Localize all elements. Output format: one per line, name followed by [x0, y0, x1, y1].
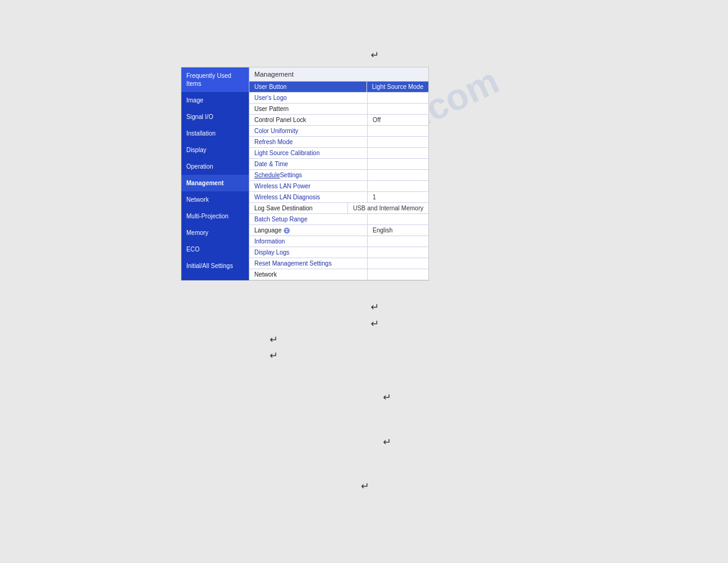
- content-panel: Management User Button Light Source Mode…: [249, 67, 428, 280]
- row-label-information: Information: [249, 236, 367, 247]
- sidebar-item-memory[interactable]: Memory: [181, 224, 249, 241]
- table-row[interactable]: User Button Light Source Mode: [249, 82, 428, 93]
- sidebar-item-frequently-used[interactable]: Frequently Used Items: [181, 67, 249, 92]
- sidebar-item-installation[interactable]: Installation: [181, 125, 249, 142]
- table-row[interactable]: Schedule Settings: [249, 170, 428, 181]
- row-value-light-source-calibration: [367, 148, 428, 158]
- row-label-reset-management-settings: Reset Management Settings: [249, 258, 367, 269]
- table-row[interactable]: User's Logo: [249, 93, 428, 104]
- row-value-control-panel-lock: Off: [367, 115, 428, 125]
- table-row[interactable]: Batch Setup Range: [249, 214, 428, 225]
- page-container: ↵ ↵ ↵ ↵ ↵ ↵ ↵ ↵ manualshive.com Frequent…: [0, 0, 728, 563]
- table-row[interactable]: Wireless LAN Diagnosis 1: [249, 192, 428, 203]
- sidebar: Frequently Used Items Image Signal I/O I…: [181, 67, 249, 280]
- return-arrow-1: ↵: [371, 49, 379, 61]
- table-row[interactable]: Wireless LAN Power: [249, 181, 428, 192]
- row-value-user-pattern: [367, 104, 428, 114]
- globe-icon: [284, 228, 290, 234]
- return-arrow-5: ↵: [270, 350, 278, 361]
- table-row[interactable]: User Pattern: [249, 104, 428, 115]
- return-arrow-8: ↵: [361, 480, 369, 492]
- row-value-color-uniformity: [367, 126, 428, 136]
- menu-panel: Frequently Used Items Image Signal I/O I…: [181, 67, 429, 281]
- sidebar-item-initial-all-settings[interactable]: Initial/All Settings: [181, 258, 249, 274]
- return-arrow-7: ↵: [383, 436, 391, 448]
- table-row[interactable]: Language English: [249, 225, 428, 236]
- table-row[interactable]: Control Panel Lock Off: [249, 115, 428, 126]
- sidebar-item-signal-io[interactable]: Signal I/O: [181, 109, 249, 125]
- row-value-schedule-settings: [367, 170, 428, 180]
- row-label-log-save-destination: Log Save Destination: [249, 203, 347, 213]
- table-row[interactable]: Reset Management Settings: [249, 258, 428, 269]
- row-label-user-pattern: User Pattern: [249, 104, 367, 114]
- row-value-reset-management-settings: [367, 258, 428, 269]
- row-label-network: Network: [249, 269, 367, 280]
- return-arrow-4: ↵: [270, 334, 278, 345]
- row-value-user-button: Light Source Mode: [366, 82, 428, 92]
- table-row[interactable]: Color Uniformity: [249, 126, 428, 137]
- table-row[interactable]: Light Source Calibration: [249, 148, 428, 159]
- row-label-users-logo: User's Logo: [249, 93, 367, 103]
- row-value-batch-setup-range: [367, 214, 428, 224]
- sidebar-item-operation[interactable]: Operation: [181, 158, 249, 175]
- row-label-schedule-settings: Schedule Settings: [249, 170, 367, 180]
- row-value-network: [367, 269, 428, 280]
- row-label-control-panel-lock: Control Panel Lock: [249, 115, 367, 125]
- row-label-user-button: User Button: [249, 82, 366, 92]
- row-value-log-save-destination: USB and Internal Memory: [347, 203, 428, 213]
- row-label-wireless-lan-power: Wireless LAN Power: [249, 181, 367, 191]
- row-label-light-source-calibration: Light Source Calibration: [249, 148, 367, 158]
- row-value-information: [367, 236, 428, 247]
- table-row[interactable]: Network: [249, 269, 428, 280]
- sidebar-item-eco[interactable]: ECO: [181, 241, 249, 258]
- row-label-date-time: Date & Time: [249, 159, 367, 169]
- schedule-underline: Schedule: [254, 172, 280, 178]
- table-row[interactable]: Display Logs: [249, 247, 428, 258]
- sidebar-item-multi-projection[interactable]: Multi-Projection: [181, 208, 249, 224]
- table-row[interactable]: Log Save Destination USB and Internal Me…: [249, 203, 428, 214]
- row-label-color-uniformity: Color Uniformity: [249, 126, 367, 136]
- row-label-display-logs: Display Logs: [249, 247, 367, 258]
- row-value-refresh-mode: [367, 137, 428, 147]
- sidebar-item-display[interactable]: Display: [181, 142, 249, 158]
- row-value-wireless-lan-power: [367, 181, 428, 191]
- content-header: Management: [249, 67, 428, 82]
- row-value-language: English: [367, 225, 428, 236]
- return-arrow-2: ↵: [371, 301, 379, 313]
- table-row[interactable]: Information: [249, 236, 428, 247]
- row-value-users-logo: [367, 93, 428, 103]
- sidebar-item-management[interactable]: Management: [181, 175, 249, 191]
- table-row[interactable]: Refresh Mode: [249, 137, 428, 148]
- row-label-wireless-lan-diagnosis: Wireless LAN Diagnosis: [249, 192, 367, 202]
- row-label-language: Language: [249, 225, 367, 236]
- sidebar-item-network[interactable]: Network: [181, 191, 249, 208]
- row-value-wireless-lan-diagnosis: 1: [367, 192, 428, 202]
- sidebar-item-image[interactable]: Image: [181, 92, 249, 109]
- return-arrow-6: ↵: [383, 391, 391, 403]
- table-row[interactable]: Date & Time: [249, 159, 428, 170]
- row-label-batch-setup-range: Batch Setup Range: [249, 214, 367, 224]
- row-label-refresh-mode: Refresh Mode: [249, 137, 367, 147]
- row-value-date-time: [367, 159, 428, 169]
- row-value-display-logs: [367, 247, 428, 258]
- return-arrow-3: ↵: [371, 318, 379, 329]
